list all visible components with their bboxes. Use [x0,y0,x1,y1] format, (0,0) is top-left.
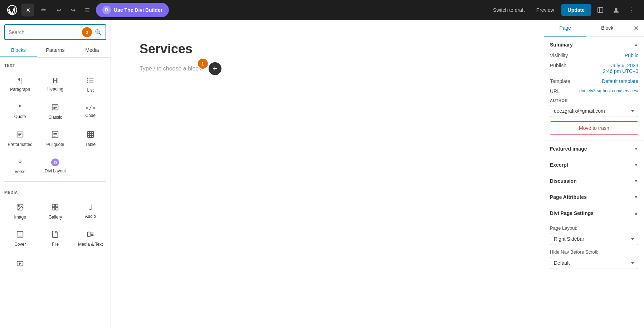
summary-header[interactable]: Summary ▲ [544,37,644,53]
author-select[interactable]: deezgrafix@gmail.com [550,105,638,117]
edit-button[interactable]: ✏ [37,4,50,16]
list-label: List [87,88,94,93]
tab-patterns[interactable]: Patterns [37,44,74,57]
cover-icon [16,230,24,240]
tab-media[interactable]: Media [74,44,111,57]
featured-image-toggle-icon: ▼ [634,146,638,151]
block-audio[interactable]: ♩ Audio [73,197,108,224]
preview-button[interactable]: Preview [532,5,558,15]
discussion-title: Discussion [550,178,577,184]
block-image[interactable]: Image [3,197,37,224]
list-view-button[interactable]: ☰ [82,4,93,16]
block-pullquote[interactable]: Pullquote [38,125,72,151]
block-embed[interactable] [3,254,37,275]
media-section-label: MEDIA [0,185,111,197]
tab-blocks[interactable]: Blocks [0,44,37,57]
classic-icon [51,103,59,113]
update-button[interactable]: Update [561,4,591,16]
tab-block[interactable]: Block [586,20,629,36]
add-block-button[interactable]: + [209,62,221,75]
switch-to-draft-button[interactable]: Switch to draft [489,5,529,15]
tab-page[interactable]: Page [544,20,586,36]
author-label: AUTHOR [550,98,638,105]
file-icon [51,230,59,240]
wordpress-logo [6,4,19,16]
publish-value[interactable]: July 6, 2023 2:46 pm UTC+0 [603,63,638,74]
close-button[interactable]: ✕ [21,4,34,16]
search-badge: 2 [82,27,92,37]
author-section: AUTHOR deezgrafix@gmail.com [550,98,638,117]
redo-button[interactable]: ↪ [67,4,79,16]
discussion-header[interactable]: Discussion ▼ [544,173,644,189]
excerpt-header[interactable]: Excerpt ▼ [544,157,644,173]
quote-icon: " [19,104,21,112]
preformatted-icon [16,131,24,140]
audio-icon: ♩ [89,204,92,212]
hide-nav-select[interactable]: Default Yes No [550,257,638,269]
block-table[interactable]: Table [73,125,108,151]
block-list[interactable]: List [73,70,108,97]
hide-nav-label: Hide Nav Before Scroll: [550,249,638,255]
right-panel-close[interactable]: ✕ [628,20,644,36]
svg-point-7 [87,80,88,81]
block-quote[interactable]: " Quote [3,98,37,124]
code-icon: </> [85,105,96,111]
move-to-trash-button[interactable]: Move to trash [550,121,638,135]
featured-image-section: Featured image ▼ [544,141,644,157]
summary-content: Visibility Public Publish July 6, 2023 2… [544,53,644,141]
page-attributes-title: Page Attributes [550,194,587,200]
gallery-icon [51,203,59,212]
block-verse[interactable]: Verse [3,152,37,178]
heading-icon: H [53,77,58,84]
url-row: URL donjetv3.sg-host.com/services/ [550,88,638,94]
classic-label: Classic [48,115,62,120]
block-heading[interactable]: H Heading [38,70,72,97]
block-preformatted[interactable]: Preformatted [3,125,37,151]
media-text-icon [87,230,94,240]
settings-icon-button[interactable] [594,4,607,16]
block-divi-layout[interactable]: D Divi Layout [38,152,72,178]
table-label: Table [85,142,96,147]
divi-builder-button[interactable]: D Use The Divi Builder [96,3,169,17]
discussion-section: Discussion ▼ [544,173,644,189]
divi-settings-content: Page Layout: Right Sidebar Left Sidebar … [544,225,644,275]
audio-label: Audio [85,214,96,219]
search-icon[interactable]: 🔍 [95,29,102,36]
search-input[interactable] [9,29,79,35]
page-layout-select[interactable]: Right Sidebar Left Sidebar Full Width No… [550,233,638,245]
excerpt-section: Excerpt ▼ [544,157,644,173]
undo-button[interactable]: ↩ [53,4,64,16]
publish-time: 2:46 pm UTC+0 [603,68,638,74]
svg-rect-28 [52,204,55,207]
search-input-wrapper: 2 🔍 [4,24,106,40]
svg-rect-31 [55,207,58,210]
url-value[interactable]: donjetv3.sg-host.com/services/ [579,88,638,93]
block-classic[interactable]: Classic [38,98,72,124]
divi-settings-header[interactable]: Divi Page Settings ▲ [544,205,644,221]
user-avatar-button[interactable] [610,4,623,16]
svg-rect-30 [52,207,55,210]
block-gallery[interactable]: Gallery [38,197,72,224]
page-attributes-header[interactable]: Page Attributes ▼ [544,189,644,205]
block-media-text[interactable]: Media & Text [73,225,108,251]
block-cover[interactable]: Cover [3,225,37,251]
media-text-label: Media & Text [78,242,103,247]
cover-label: Cover [14,242,26,247]
more-options-button[interactable]: ⋮ [625,4,638,16]
divi-settings-title: Divi Page Settings [550,210,594,216]
featured-image-header[interactable]: Featured image ▼ [544,141,644,157]
list-icon [87,76,94,85]
right-sidebar: Page Block ✕ Summary ▲ Visibility Public… [544,20,644,328]
divi-button-label: Use The Divi Builder [114,7,162,13]
block-file[interactable]: File [38,225,72,251]
discussion-toggle-icon: ▼ [634,178,638,183]
svg-point-8 [87,82,88,83]
template-value[interactable]: Default template [602,78,638,84]
publish-label: Publish [550,63,566,68]
visibility-value[interactable]: Public [625,53,638,58]
block-paragraph[interactable]: ¶ Paragraph [3,70,37,97]
left-sidebar: 2 🔍 Blocks Patterns Media TEXT ¶ Paragra… [0,20,111,328]
text-section-label: TEXT [0,58,111,70]
svg-rect-33 [17,236,23,238]
block-code[interactable]: </> Code [73,98,108,124]
